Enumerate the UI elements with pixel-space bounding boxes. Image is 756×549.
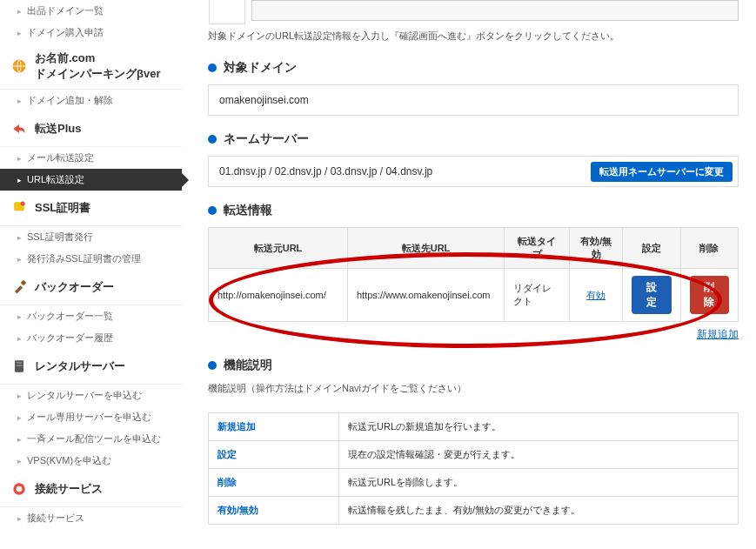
delete-button[interactable]: 削除 [690, 276, 729, 314]
svg-rect-5 [17, 365, 23, 366]
sidebar-item[interactable]: メール専用サーバーを申込む [0, 406, 182, 428]
th-dst: 転送先URL [348, 228, 505, 269]
sidebar-group-connection: 接続サービス [0, 472, 182, 507]
th-status: 有効/無効 [570, 228, 623, 269]
section-forward-info: 転送情報 [208, 203, 739, 218]
main-content: 対象ドメインのURL転送設定情報を入力し『確認画面へ進む』ボタンをクリックしてく… [182, 0, 756, 542]
sidebar-item[interactable]: バックオーダー一覧 [0, 305, 182, 327]
section-domain: 対象ドメイン [208, 60, 739, 76]
sidebar-item[interactable]: 一斉メール配信ツールを申込む [0, 428, 182, 450]
sidebar-item[interactable]: ドメイン追加・解除 [0, 90, 182, 111]
cell-type: リダイレクト [505, 269, 570, 322]
instruction-text: 対象ドメインのURL転送設定情報を入力し『確認画面へ進む』ボタンをクリックしてく… [208, 30, 739, 43]
svg-point-7 [17, 486, 23, 492]
sidebar-group-rental: レンタルサーバー [0, 349, 182, 385]
sidebar-group-backorder: バックオーダー [0, 270, 182, 305]
status-link[interactable]: 有効 [586, 290, 605, 300]
forward-table: 転送元URL 転送先URL 転送タイプ 有効/無効 設定 削除 http://o… [208, 227, 739, 322]
section-nameserver: ネームサーバー [208, 131, 739, 147]
th-del: 削除 [680, 228, 738, 269]
sidebar-item[interactable]: レンタルサーバーを申込む [0, 385, 182, 406]
sidebar-group-tensou: 転送Plus [0, 111, 182, 147]
sidebar-item[interactable]: 接続サービス [0, 507, 182, 529]
sidebar-group-onamae: お名前.comドメインパーキングβver [0, 44, 182, 90]
sidebar-item[interactable]: VPS(KVM)を申込む [0, 450, 182, 472]
domain-box: omakenojinsei.com [208, 84, 739, 116]
sidebar-item-mail[interactable]: メール転送設定 [0, 147, 182, 169]
connection-icon [9, 479, 30, 499]
sidebar-item[interactable]: ドメイン購入申請 [0, 22, 182, 44]
sidebar-group-ssl: SSL証明書 [0, 191, 182, 226]
function-table: 新規追加転送元URLの新規追加を行います。 設定現在の設定情報確認・変更が行えま… [208, 412, 739, 525]
table-row: http://omakenojinsei.com/ https://www.om… [209, 269, 739, 322]
section-function: 機能説明 [208, 358, 739, 373]
cell-src: http://omakenojinsei.com/ [209, 269, 348, 322]
sidebar-item[interactable]: SSL証明書発行 [0, 226, 182, 248]
forward-icon [9, 118, 30, 139]
sidebar-item-url-active[interactable]: URL転送設定 [0, 169, 182, 191]
function-note: 機能説明（操作方法はドメインNaviガイドをご覧ください） [208, 382, 739, 395]
cell-dst: https://www.omakenojinsei.com [348, 269, 505, 322]
add-new-link[interactable]: 新規追加 [697, 328, 739, 340]
th-type: 転送タイプ [505, 228, 570, 269]
th-src: 転送元URL [209, 228, 348, 269]
nameserver-box: 01.dnsv.jp / 02.dnsv.jp / 03.dnsv.jp / 0… [208, 156, 739, 187]
settings-button[interactable]: 設定 [632, 276, 671, 314]
sidebar-item[interactable]: 出品ドメイン一覧 [0, 0, 182, 22]
sidebar: 出品ドメイン一覧 ドメイン購入申請 お名前.comドメインパーキングβver ド… [0, 0, 182, 542]
server-icon [9, 356, 30, 377]
hammer-icon [9, 277, 30, 298]
th-set: 設定 [623, 228, 680, 269]
svg-point-2 [21, 202, 25, 206]
change-nameserver-button[interactable]: 転送用ネームサーバーに変更 [591, 162, 733, 182]
preview-box [251, 0, 739, 21]
sidebar-item[interactable]: バックオーダー履歴 [0, 327, 182, 349]
globe-icon [9, 56, 30, 77]
cert-icon [9, 198, 30, 218]
svg-rect-4 [17, 362, 23, 364]
sidebar-item[interactable]: 発行済みSSL証明書の管理 [0, 248, 182, 270]
